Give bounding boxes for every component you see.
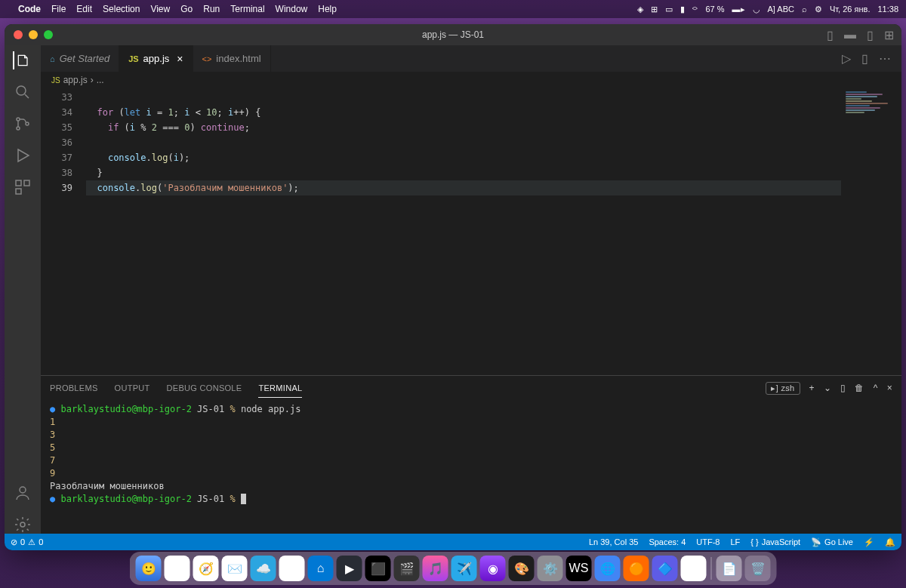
tab-label: Get Started (60, 53, 109, 64)
close-tab-icon[interactable]: × (177, 53, 183, 65)
control-center-icon[interactable]: ⚙ (815, 5, 822, 14)
display-tray-icon[interactable]: ▭ (665, 5, 673, 14)
tab-index-html[interactable]: <> index.html (193, 45, 271, 72)
dock-downloads[interactable]: 📄 (716, 556, 742, 581)
status-language[interactable]: { } JavaScript (750, 537, 800, 546)
run-debug-icon[interactable] (14, 146, 32, 165)
spotlight-icon[interactable]: ⌕ (802, 5, 807, 14)
menu-terminal[interactable]: Terminal (230, 4, 264, 14)
extensions-icon[interactable] (14, 178, 32, 196)
close-panel-icon[interactable]: × (887, 383, 892, 393)
panel-tab-debug[interactable]: DEBUG CONSOLE (167, 379, 242, 397)
svg-rect-5 (24, 180, 29, 186)
bluetooth-icon[interactable]: ⌔ (692, 5, 698, 14)
dock-mail[interactable]: ✉️ (222, 556, 248, 581)
new-terminal-icon[interactable]: + (809, 383, 815, 393)
status-cursor[interactable]: Ln 39, Col 35 (589, 537, 638, 546)
dock-safari[interactable]: 🧭 (193, 556, 219, 581)
dock-figma[interactable]: 🎨 (509, 556, 535, 581)
trash-icon[interactable]: 🗑 (855, 383, 864, 393)
dock-app[interactable]: ☁️ (251, 556, 276, 581)
dock-vscode[interactable]: ⌂ (308, 556, 334, 581)
account-icon[interactable] (14, 484, 32, 502)
tab-get-started[interactable]: ⌂ Get Started (41, 45, 119, 72)
menu-window[interactable]: Window (276, 4, 308, 14)
battery-icon[interactable]: ▬▸ (732, 5, 745, 14)
close-window-button[interactable] (14, 30, 23, 39)
titlebar: app.js — JS-01 ▯ ▬ ▯ ⊞ (5, 24, 901, 45)
menu-go[interactable]: Go (180, 4, 193, 14)
svg-point-7 (20, 487, 26, 493)
menu-file[interactable]: File (51, 4, 66, 14)
wifi-icon[interactable]: ◡ (753, 5, 760, 14)
menu-view[interactable]: View (150, 4, 170, 14)
search-icon[interactable] (14, 83, 32, 101)
status-errors[interactable]: ⊘0 ⚠0 (11, 537, 43, 547)
status-bar: ⊘0 ⚠0 Ln 39, Col 35 Spaces: 4 UTF-8 LF {… (5, 534, 901, 550)
terminal-output[interactable]: ● barklaystudio@mbp-igor-2 JS-01 % node … (41, 400, 901, 534)
battery-tray-icon[interactable]: ▮ (680, 5, 685, 14)
breadcrumb[interactable]: JS app.js › ... (41, 72, 901, 88)
dock-calendar[interactable]: 26 (279, 556, 305, 581)
settings-gear-icon[interactable] (14, 516, 32, 534)
dock-app-4[interactable]: 🟠 (624, 556, 649, 581)
layout-icon-3[interactable]: ▯ (867, 28, 874, 42)
dock-terminal[interactable]: ▶ (337, 556, 362, 581)
svg-point-2 (17, 127, 20, 130)
status-golive[interactable]: 📡 Go Live (811, 537, 853, 547)
svg-point-0 (17, 86, 26, 95)
dock-app-3[interactable]: ◉ (480, 556, 506, 581)
js-file-icon: JS (51, 76, 60, 85)
dock-music[interactable]: 🎵 (423, 556, 448, 581)
split-editor-icon[interactable]: ▯ (861, 51, 868, 66)
dock-trash[interactable]: 🗑️ (745, 556, 771, 581)
panel-tab-problems[interactable]: PROBLEMS (50, 379, 98, 397)
telegram-tray-icon[interactable]: ◈ (637, 5, 643, 14)
layout-icon[interactable]: ▯ (827, 28, 834, 42)
status-prettier-icon[interactable]: ⚡ (864, 537, 874, 547)
status-bell-icon[interactable]: 🔔 (885, 537, 895, 547)
more-actions-icon[interactable]: ⋯ (879, 51, 891, 66)
status-encoding[interactable]: UTF-8 (696, 537, 720, 546)
dock-chrome[interactable]: 🌐 (595, 556, 621, 581)
dock-settings[interactable]: ⚙️ (538, 556, 563, 581)
menu-selection[interactable]: Selection (103, 4, 140, 14)
dock-yandex[interactable]: Y (681, 556, 707, 581)
input-source[interactable]: A] ABC (768, 5, 794, 14)
menubar-app[interactable]: Code (18, 4, 41, 14)
minimize-window-button[interactable] (29, 30, 38, 39)
menubar-date[interactable]: Чт, 26 янв. (830, 5, 871, 14)
menu-edit[interactable]: Edit (76, 4, 92, 14)
status-eol[interactable]: LF (730, 537, 740, 546)
dock-app-2[interactable]: ⬛ (365, 556, 391, 581)
panel-tab-output[interactable]: OUTPUT (115, 379, 150, 397)
minimap[interactable] (841, 88, 901, 375)
dock-finder[interactable]: 🙂 (136, 556, 162, 581)
maximize-panel-icon[interactable]: ^ (874, 383, 878, 393)
dock-telegram[interactable]: ✈️ (451, 556, 477, 581)
tab-app-js[interactable]: JS app.js × (119, 45, 193, 72)
source-control-icon[interactable] (14, 115, 32, 133)
split-terminal-icon[interactable]: ▯ (840, 383, 846, 393)
window-title: app.js — JS-01 (422, 29, 484, 40)
zoom-window-button[interactable] (44, 30, 53, 39)
terminal-dropdown-icon[interactable]: ⌄ (824, 383, 831, 393)
menu-help[interactable]: Help (318, 4, 337, 14)
panel-tab-terminal[interactable]: TERMINAL (258, 379, 302, 398)
dock-imovie[interactable]: 🎬 (394, 556, 420, 581)
dock-webstorm[interactable]: WS (566, 556, 592, 581)
menu-run[interactable]: Run (203, 4, 220, 14)
warning-icon: ⚠ (28, 537, 35, 547)
editor-area[interactable]: 33343536373839 for (let i = 1; i < 10; i… (41, 88, 901, 375)
tray-icon[interactable]: ⊞ (651, 5, 658, 14)
dock-app-5[interactable]: 🔷 (652, 556, 678, 581)
explorer-icon[interactable] (13, 51, 31, 69)
menubar-time[interactable]: 11:38 (877, 5, 898, 14)
status-spaces[interactable]: Spaces: 4 (649, 537, 686, 546)
layout-grid-icon[interactable]: ⊞ (884, 28, 894, 42)
dock-launchpad[interactable]: ▦ (165, 556, 190, 581)
shell-selector[interactable]: ▸] zsh (766, 382, 800, 395)
run-icon[interactable]: ▷ (842, 51, 851, 66)
layout-icon-2[interactable]: ▬ (844, 28, 856, 42)
battery-percent[interactable]: 67 % (705, 5, 724, 14)
